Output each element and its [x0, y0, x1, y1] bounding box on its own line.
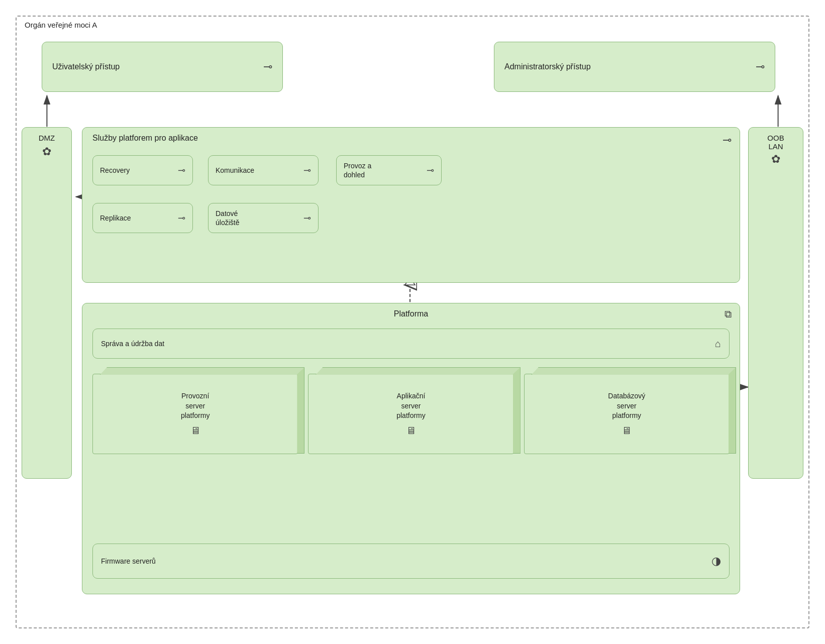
- administratorsky-title: Administratorský přístup: [504, 62, 591, 71]
- aplikacni-server-label: Aplikačníserverplatformy: [396, 391, 426, 421]
- replikace-label: Replikace: [100, 214, 131, 222]
- server-row: Provozníserverplatformy 🖥 Aplikačníserve…: [92, 374, 730, 454]
- ooblan-label: OOBLAN: [767, 134, 784, 151]
- recovery-label: Recovery: [100, 166, 130, 174]
- provozni-monitor-icon: 🖥: [190, 425, 200, 437]
- komunikace-box: Komunikace ⊸: [208, 155, 319, 185]
- sluzby-title: Služby platforem pro aplikace: [92, 134, 198, 143]
- datove-box: Datovéúložiště ⊸: [208, 203, 319, 233]
- firmware-label: Firmware serverů: [101, 557, 156, 565]
- aplikacni-wrapper: Aplikačníserverplatformy 🖥: [308, 374, 513, 454]
- provozni-server-label: Provozníserverplatformy: [181, 391, 210, 421]
- sluzby-box: Služby platforem pro aplikace ⊸ Recovery…: [82, 127, 740, 283]
- platforma-title: Platforma: [82, 309, 740, 318]
- sprava-box: Správa a údržba dat ⌂: [92, 329, 730, 359]
- firmware-box: Firmware serverů ◑: [92, 544, 730, 579]
- recovery-box: Recovery ⊸: [92, 155, 193, 185]
- uzivatelsky-title: Uživatelský přístup: [52, 62, 120, 71]
- outer-label: Orgán veřejné moci A: [25, 21, 97, 29]
- aplikacni-monitor-icon: 🖥: [406, 425, 416, 437]
- databazovy-monitor-icon: 🖥: [622, 425, 632, 437]
- firmware-icon: ◑: [711, 555, 721, 568]
- recovery-icon: ⊸: [178, 165, 185, 176]
- komunikace-icon: ⊸: [303, 165, 311, 176]
- platforma-icon: ⧉: [725, 308, 732, 320]
- ooblan-box: OOBLAN ✿: [748, 127, 803, 479]
- replikace-icon: ⊸: [178, 212, 185, 224]
- databazovy-server-box: Databázovýserverplatformy 🖥: [524, 374, 730, 454]
- dmz-node-icon: ✿: [42, 145, 51, 158]
- provozni-server-box: Provozníserverplatformy 🖥: [92, 374, 298, 454]
- replikace-box: Replikace ⊸: [92, 203, 193, 233]
- sprava-label: Správa a údržba dat: [101, 340, 164, 348]
- datove-icon: ⊸: [303, 212, 311, 224]
- diagram-root: Orgán veřejné moci A: [16, 16, 809, 628]
- sluzby-interface-icon: ⊸: [723, 134, 732, 147]
- uzivatelsky-pristup-box: Uživatelský přístup ⊸: [42, 42, 283, 92]
- provoz-box: Provoz adohled ⊸: [336, 155, 442, 185]
- aplikacni-server-box: Aplikačníserverplatformy 🖥: [308, 374, 513, 454]
- dmz-box: DMZ ✿: [22, 127, 72, 479]
- ooblan-node-icon: ✿: [771, 153, 780, 166]
- databazovy-server-label: Databázovýserverplatformy: [608, 391, 645, 421]
- datove-label: Datovéúložiště: [216, 209, 239, 227]
- administratorsky-interface-icon: ⊸: [756, 60, 765, 73]
- provoz-label: Provoz adohled: [344, 161, 371, 179]
- uzivatelsky-interface-icon: ⊸: [263, 60, 272, 73]
- provoz-icon: ⊸: [427, 165, 434, 176]
- dmz-label: DMZ: [39, 134, 55, 142]
- provozni-wrapper: Provozníserverplatformy 🖥: [92, 374, 298, 454]
- platforma-box: Platforma ⧉ Správa a údržba dat ⌂ Provoz…: [82, 303, 740, 594]
- komunikace-label: Komunikace: [216, 166, 254, 174]
- databazovy-wrapper: Databázovýserverplatformy 🖥: [524, 374, 730, 454]
- sprava-icon: ⌂: [715, 338, 721, 350]
- administratorsky-pristup-box: Administratorský přístup ⊸: [494, 42, 775, 92]
